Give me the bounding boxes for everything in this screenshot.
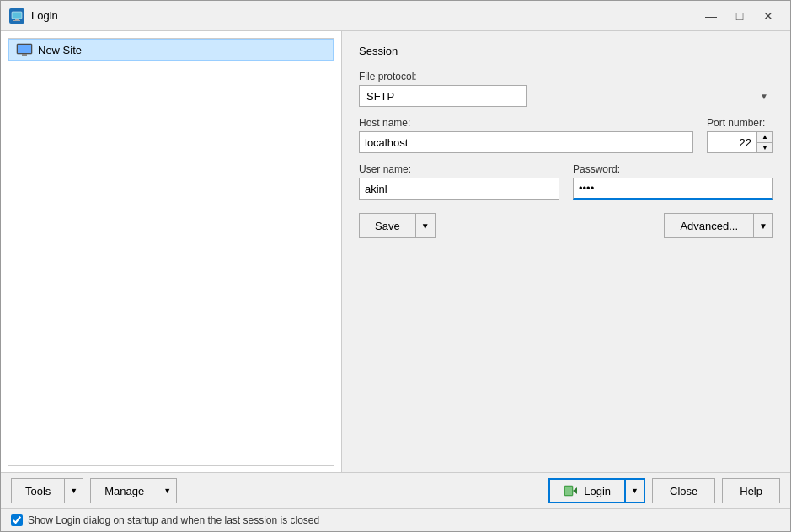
svg-rect-4 — [18, 45, 31, 53]
port-input-wrap: ▲ ▼ — [707, 131, 773, 153]
port-input[interactable] — [707, 131, 757, 153]
host-port-row: Host name: Port number: ▲ ▼ — [359, 117, 773, 153]
port-spinner: ▲ ▼ — [757, 131, 773, 153]
manage-split-button: Manage ▼ — [90, 478, 177, 503]
action-buttons-row: Save ▼ Advanced... ▼ — [359, 213, 773, 238]
svg-marker-9 — [573, 487, 577, 494]
save-split-button: Save ▼ — [359, 213, 436, 238]
advanced-dropdown-button[interactable]: ▼ — [753, 213, 773, 238]
save-dropdown-button[interactable]: ▼ — [415, 213, 436, 238]
port-group: Port number: ▲ ▼ — [707, 117, 773, 153]
file-protocol-label: File protocol: — [359, 71, 773, 82]
left-panel: New Site — [1, 31, 342, 472]
checkbox-bar: Show Login dialog on startup and when th… — [1, 508, 790, 531]
bottom-toolbar: Tools ▼ Manage ▼ Login — [1, 472, 790, 508]
host-name-label: Host name: — [359, 117, 693, 129]
toolbar-left: Tools ▼ Manage ▼ — [11, 478, 352, 503]
manage-button[interactable]: Manage — [90, 478, 158, 503]
port-spin-down[interactable]: ▼ — [757, 143, 772, 153]
file-protocol-select-wrapper: SFTP ▼ — [359, 85, 773, 107]
login-dropdown-button[interactable]: ▼ — [624, 478, 645, 503]
svg-rect-8 — [565, 487, 572, 495]
login-window: Login — □ ✕ New Si — [0, 0, 791, 532]
save-button[interactable]: Save — [359, 213, 415, 238]
new-site-item[interactable]: New Site — [8, 39, 334, 61]
svg-rect-2 — [13, 20, 20, 21]
svg-rect-5 — [22, 54, 27, 56]
show-login-checkbox[interactable] — [11, 514, 23, 526]
new-site-label: New Site — [38, 44, 82, 56]
close-button[interactable]: Close — [652, 478, 715, 503]
tools-button[interactable]: Tools — [11, 478, 64, 503]
manage-dropdown-button[interactable]: ▼ — [158, 478, 177, 503]
user-pass-row: User name: Password: — [359, 163, 773, 200]
toolbar-right: Login ▼ Close Help — [359, 478, 780, 503]
title-controls: — □ ✕ — [697, 6, 782, 26]
window-title: Login — [31, 9, 697, 22]
file-protocol-select[interactable]: SFTP — [359, 85, 527, 107]
title-bar: Login — □ ✕ — [1, 1, 790, 31]
help-button[interactable]: Help — [722, 478, 780, 503]
advanced-split-button: Advanced... ▼ — [664, 213, 773, 238]
maximize-button[interactable]: □ — [726, 6, 753, 26]
file-protocol-group: File protocol: SFTP ▼ — [359, 71, 773, 107]
tools-split-button: Tools ▼ — [11, 478, 83, 503]
login-arrow-icon — [564, 484, 579, 497]
login-button[interactable]: Login — [548, 478, 624, 503]
user-name-label: User name: — [359, 163, 559, 175]
svg-rect-6 — [19, 56, 29, 56]
close-window-button[interactable]: ✕ — [755, 6, 782, 26]
advanced-button[interactable]: Advanced... — [664, 213, 753, 238]
chevron-down-icon: ▼ — [760, 92, 768, 101]
svg-rect-1 — [15, 19, 19, 20]
user-name-input[interactable] — [359, 178, 559, 200]
login-label: Login — [584, 485, 611, 497]
minimize-button[interactable]: — — [697, 6, 724, 26]
port-spin-up[interactable]: ▲ — [757, 132, 772, 143]
password-group: Password: — [573, 163, 773, 200]
login-split-button: Login ▼ — [548, 478, 645, 503]
site-tree[interactable]: New Site — [8, 38, 334, 466]
right-panel: Session File protocol: SFTP ▼ Host name: — [342, 31, 790, 472]
session-label: Session — [359, 45, 773, 57]
monitor-icon — [16, 43, 33, 56]
svg-rect-0 — [12, 12, 22, 19]
window-icon — [9, 8, 24, 24]
content-area: New Site Session File protocol: SFTP ▼ — [1, 31, 790, 472]
password-input[interactable] — [573, 178, 773, 200]
password-label: Password: — [573, 163, 773, 175]
show-login-label[interactable]: Show Login dialog on startup and when th… — [28, 514, 319, 526]
host-name-group: Host name: — [359, 117, 693, 153]
host-name-input[interactable] — [359, 131, 693, 153]
user-name-group: User name: — [359, 163, 559, 200]
tools-dropdown-button[interactable]: ▼ — [64, 478, 83, 503]
port-label: Port number: — [707, 117, 773, 129]
